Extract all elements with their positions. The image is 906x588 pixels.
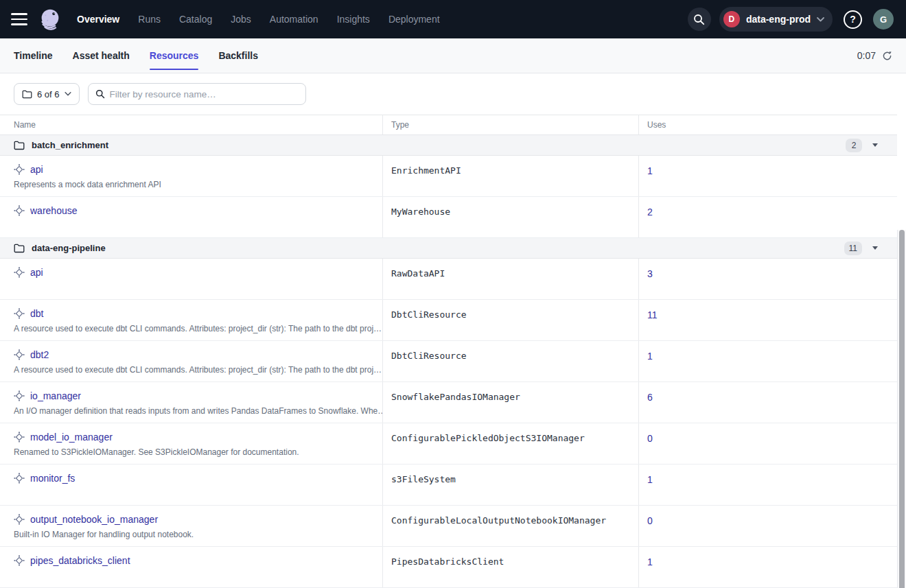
resource-row: monitor_fs s3FileSystem 1 (0, 464, 897, 506)
resource-filter-input[interactable] (110, 89, 299, 99)
nav-item-catalog[interactable]: Catalog (179, 14, 212, 25)
dagster-logo-icon[interactable] (36, 5, 65, 34)
resource-type: PipesDatabricksClient (382, 547, 638, 587)
resource-uses-link[interactable]: 1 (647, 351, 653, 362)
resource-uses-link[interactable]: 6 (647, 392, 653, 403)
resource-icon (14, 432, 25, 443)
deployment-switcher[interactable]: D data-eng-prod (719, 7, 833, 32)
resource-icon (14, 267, 25, 278)
resource-description: A resource used to execute dbt CLI comma… (14, 365, 382, 375)
resource-name-link[interactable]: dbt2 (30, 349, 49, 360)
resource-name-link[interactable]: pipes_databricks_client (30, 555, 130, 566)
chevron-down-icon (817, 17, 824, 22)
resource-uses-link[interactable]: 1 (647, 474, 653, 485)
folder-icon (22, 90, 32, 99)
user-avatar[interactable]: G (873, 9, 894, 30)
resource-name-link[interactable]: dbt (30, 308, 43, 319)
nav-item-deployment[interactable]: Deployment (388, 14, 440, 25)
tab-asset-health[interactable]: Asset health (73, 50, 130, 61)
resource-name-link[interactable]: api (30, 164, 43, 175)
group-name: batch_enrichment (32, 140, 108, 150)
resource-uses-link[interactable]: 11 (647, 309, 658, 320)
resource-icon (14, 308, 25, 319)
folder-icon (14, 141, 25, 150)
resource-row: warehouse MyWarehouse 2 (0, 197, 897, 238)
resource-description: A resource used to execute dbt CLI comma… (14, 324, 382, 333)
resource-row: output_notebook_io_manager Built-in IO M… (0, 506, 897, 547)
resource-uses-link[interactable]: 0 (647, 433, 653, 444)
resource-name-link[interactable]: model_io_manager (30, 432, 113, 443)
search-icon[interactable] (688, 8, 711, 31)
column-header-type: Type (382, 115, 638, 134)
group-name: data-eng-pipeline (32, 243, 106, 253)
resource-row: model_io_manager Renamed to S3PickleIOMa… (0, 423, 897, 464)
resource-uses-link[interactable]: 1 (647, 165, 653, 176)
column-header-name: Name (0, 115, 382, 134)
group-count-badge: 11 (844, 242, 862, 255)
resource-row: dbt A resource used to execute dbt CLI c… (0, 300, 897, 341)
resource-uses-link[interactable]: 1 (647, 556, 653, 567)
resource-uses-link[interactable]: 0 (647, 515, 653, 526)
resource-type: MyWarehouse (382, 197, 638, 237)
nav-item-jobs[interactable]: Jobs (231, 14, 251, 25)
refresh-icon[interactable] (882, 51, 892, 61)
resource-description: Represents a mock data enrichment API (14, 180, 382, 189)
resource-icon (14, 390, 25, 401)
tab-timeline[interactable]: Timeline (14, 50, 53, 61)
resource-type: ConfigurableLocalOutputNotebookIOManager (382, 506, 638, 546)
resource-type: EnrichmentAPI (382, 156, 638, 196)
resource-icon (14, 349, 25, 360)
resource-filter-box (88, 83, 306, 105)
resource-row: api Represents a mock data enrichment AP… (0, 156, 897, 197)
tab-resources[interactable]: Resources (150, 50, 199, 61)
deployment-initial-badge: D (723, 11, 740, 27)
collapse-caret-icon[interactable] (872, 246, 878, 250)
resource-row: api RawDataAPI 3 (0, 259, 897, 300)
resource-icon (14, 205, 25, 216)
table-body: batch_enrichment 2 api Represents a mock… (0, 135, 897, 588)
resource-icon (14, 555, 25, 566)
resource-row: dbt2 A resource used to execute dbt CLI … (0, 341, 897, 382)
resource-type: SnowflakePandasIOManager (382, 382, 638, 423)
nav-item-insights[interactable]: Insights (337, 14, 370, 25)
scrollbar-thumb[interactable] (899, 230, 905, 588)
table-header-row: Name Type Uses (0, 115, 897, 135)
column-header-uses: Uses (638, 115, 897, 134)
filter-row: 6 of 6 (0, 73, 906, 115)
overview-tab-bar: TimelineAsset healthResourcesBackfills 0… (0, 38, 906, 73)
tab-backfills[interactable]: Backfills (218, 50, 258, 61)
resource-description: Renamed to S3PickleIOManager. See S3Pick… (14, 447, 382, 457)
nav-item-runs[interactable]: Runs (138, 14, 161, 25)
nav-item-overview[interactable]: Overview (77, 14, 119, 25)
hamburger-menu-icon[interactable] (11, 12, 29, 26)
resource-icon (14, 164, 25, 175)
nav-item-automation[interactable]: Automation (270, 14, 318, 25)
search-icon (95, 89, 105, 99)
resource-group-row[interactable]: data-eng-pipeline 11 (0, 238, 897, 259)
resource-name-link[interactable]: output_notebook_io_manager (30, 514, 158, 525)
resource-type: DbtCliResource (382, 300, 638, 340)
resource-type: s3FileSystem (382, 464, 638, 505)
resource-uses-link[interactable]: 3 (647, 268, 653, 279)
resource-name-link[interactable]: monitor_fs (30, 473, 75, 484)
resource-type: DbtCliResource (382, 341, 638, 381)
resource-group-row[interactable]: batch_enrichment 2 (0, 135, 897, 156)
resource-uses-link[interactable]: 2 (647, 207, 653, 217)
collapse-caret-icon[interactable] (872, 143, 878, 147)
resource-name-link[interactable]: io_manager (30, 390, 81, 401)
resource-description: An I/O manager definition that reads inp… (14, 406, 382, 416)
resource-description: Built-in IO Manager for handling output … (14, 530, 382, 539)
top-nav: OverviewRunsCatalogJobsAutomationInsight… (0, 0, 906, 38)
scrollbar-track (897, 230, 906, 588)
resource-type: ConfigurablePickledObjectS3IOManager (382, 423, 638, 464)
resource-name-link[interactable]: warehouse (30, 205, 78, 216)
resource-row: io_manager An I/O manager definition tha… (0, 382, 897, 423)
group-count-button[interactable]: 6 of 6 (14, 83, 80, 105)
resource-name-link[interactable]: api (30, 267, 43, 278)
resource-icon (14, 473, 25, 484)
resource-row: pipes_databricks_client PipesDatabricksC… (0, 547, 897, 588)
main-nav: OverviewRunsCatalogJobsAutomationInsight… (77, 14, 440, 25)
help-icon[interactable]: ? (844, 10, 862, 29)
resources-table: Name Type Uses batch_enrichment 2 api (0, 115, 897, 588)
refresh-countdown: 0:07 (857, 50, 876, 61)
